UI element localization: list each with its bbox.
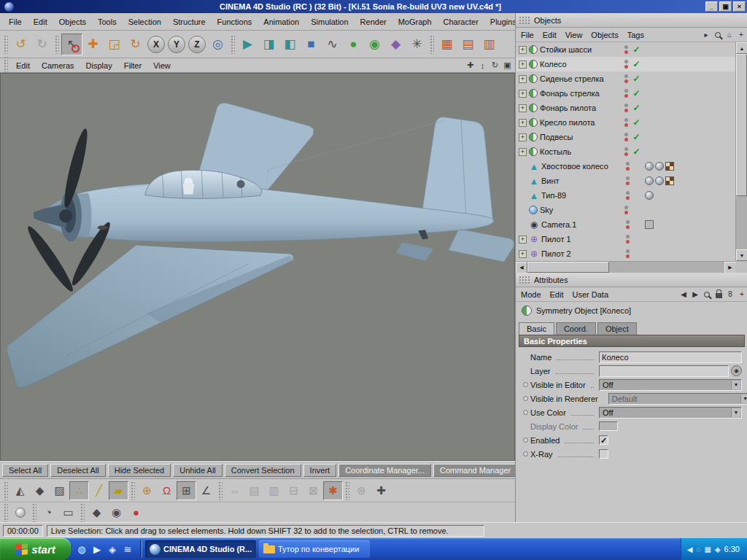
move-button[interactable]: ✚ [82,34,104,55]
toolbar-grip[interactable] [80,503,85,522]
expand-toggle[interactable]: + [519,104,527,112]
anim-dot[interactable] [523,382,528,387]
add-cube-button[interactable]: ■ [301,34,322,55]
menu-selection[interactable]: Selection [123,15,167,29]
objects-menu-tags[interactable]: Tags [623,28,649,42]
attr-menu-edit[interactable]: Edit [546,288,568,301]
visibility-dots[interactable] [622,74,630,83]
xray-checkbox[interactable] [599,449,608,459]
toolbar-grip[interactable] [231,35,235,54]
object-label[interactable]: Фонарь пилота [540,104,620,112]
expand-toggle[interactable]: + [519,133,527,141]
add-deformer-button[interactable]: ◆ [385,34,406,55]
link-icon[interactable]: 8 [724,289,736,300]
objects-menu-edit[interactable]: Edit [538,28,561,42]
expand-toggle[interactable]: + [519,119,527,127]
scroll-up-icon[interactable]: ▲ [736,42,747,54]
object-label[interactable]: Пилот 2 [541,249,622,258]
history-back-icon[interactable]: ◀ [678,289,689,300]
expand-toggle[interactable]: + [519,61,527,69]
editor-visibility-dot[interactable] [626,191,630,195]
add-panel-icon[interactable]: + [736,289,747,300]
enabled-check-icon[interactable]: ✓ [632,88,641,98]
search-icon[interactable] [712,29,724,41]
enable-axis-button[interactable]: ⊕ [137,481,157,500]
camera-key-button[interactable]: ◉ [107,503,126,522]
toolbar-grip[interactable] [131,481,135,500]
tab-object[interactable]: Object [597,322,637,335]
enabled-check-icon[interactable]: ✓ [632,103,641,113]
tray-antivirus-icon[interactable]: ◈ [715,545,721,553]
texture-tag-icon[interactable] [655,176,664,185]
visibility-dots[interactable] [622,60,630,69]
visibility-dots[interactable] [622,206,630,214]
editor-visibility-dot[interactable] [626,235,630,238]
menu-character[interactable]: Character [438,15,484,29]
visibility-dots[interactable] [624,235,631,244]
editor-visibility-dot[interactable] [626,220,630,224]
object-label[interactable]: Сиденье стрелка [540,74,620,83]
quick-launch-desktop-icon[interactable]: ≋ [121,542,134,556]
expand-toggle[interactable] [519,221,527,229]
expand-toggle[interactable] [519,163,527,171]
menu-tools[interactable]: Tools [92,15,123,29]
uvw-tag-icon[interactable] [665,176,674,185]
renderer-visibility-dot[interactable] [624,109,628,112]
unhide-all-button[interactable]: Unhide All [173,464,222,477]
scroll-right-icon[interactable]: ▶ [724,262,736,273]
select-all-button[interactable]: Select All [2,464,48,477]
rotate-button[interactable]: ↻ [125,34,146,55]
invert-button[interactable]: Invert [303,464,337,477]
visibility-dots[interactable] [622,147,630,156]
render-view-button[interactable]: ▶ [237,34,258,55]
taskbar-task-folder[interactable]: Тутор по конвертации [259,540,370,558]
tray-volume-icon[interactable]: ▦ [704,545,711,553]
anim-dot[interactable] [523,438,528,443]
menu-file[interactable]: File [3,15,28,29]
render-settings-button[interactable]: ◧ [279,34,301,55]
quick-launch-media-icon[interactable]: ▶ [90,542,104,556]
list-item[interactable]: ▲ Тип-89 [516,188,736,203]
lock-icon[interactable] [713,289,724,300]
shading-sphere-button[interactable] [10,503,30,522]
expand-toggle[interactable]: + [519,75,527,83]
enabled-check-icon[interactable]: ✓ [632,59,641,69]
expand-toggle[interactable] [519,177,527,185]
panel-grip[interactable] [519,276,530,284]
add-point-button[interactable]: ✚ [371,481,391,500]
scroll-thumb[interactable] [527,262,609,273]
array-button[interactable]: ▤ [244,481,264,500]
expand-toggle[interactable]: + [519,236,527,244]
menu-structure[interactable]: Structure [167,15,212,29]
renderer-visibility-dot[interactable] [626,254,630,258]
expand-toggle[interactable]: + [519,90,527,98]
enabled-check-icon[interactable]: ✓ [632,117,641,128]
points-mode-button[interactable]: ∴ [69,481,89,500]
undo-button[interactable]: ↺ [10,34,31,55]
objects-menu-objects[interactable]: Objects [587,28,622,42]
object-label[interactable]: Тип-89 [541,191,622,200]
name-input[interactable] [599,351,742,363]
polygons-mode-button[interactable]: ▰ [109,481,128,500]
deselect-all-button[interactable]: Deselect All [50,464,105,477]
object-label[interactable]: Подвесы [540,133,620,141]
renderer-visibility-dot[interactable] [626,167,630,171]
search-icon[interactable] [701,289,713,300]
visibility-dots[interactable] [624,162,631,171]
taskbar-task-cinema4d[interactable]: CINEMA 4D Studio (R... [145,540,256,558]
home-icon[interactable]: ⌂ [724,29,735,41]
scroll-left-icon[interactable]: ◀ [516,262,527,273]
uvw-tag-icon[interactable] [665,162,674,171]
editor-visibility-dot[interactable] [624,206,628,209]
menu-simulation[interactable]: Simulation [305,15,354,29]
toolbar-grip[interactable] [4,503,8,522]
object-label[interactable]: Костыль [540,147,620,156]
list-item[interactable]: + Стойки шасси ✓ [516,42,736,57]
attr-menu-mode[interactable]: Mode [516,288,546,301]
visibility-dots[interactable] [622,104,630,112]
toolbar-grip[interactable] [32,503,36,522]
enabled-check-icon[interactable]: ✓ [632,44,641,55]
renderer-visibility-dot[interactable] [624,152,628,156]
view-pan-icon[interactable]: ✚ [464,60,476,71]
use-color-dropdown[interactable]: Off▼ [599,407,742,419]
